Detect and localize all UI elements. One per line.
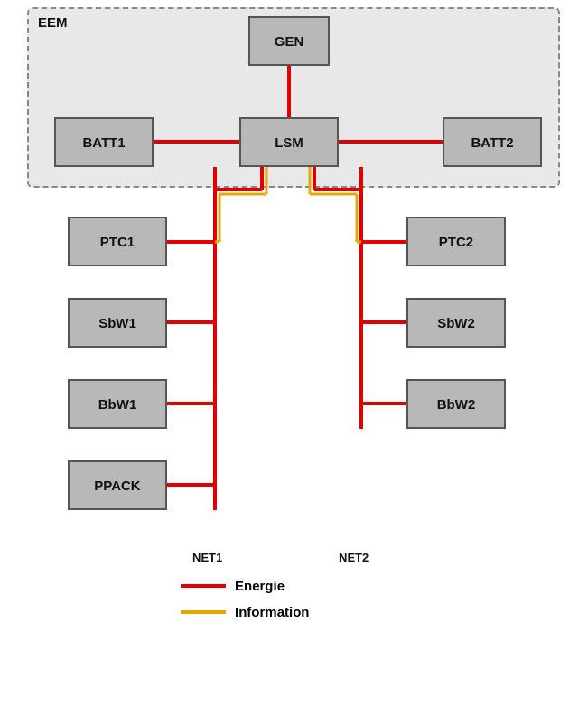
- ptc1-label: PTC1: [100, 234, 135, 249]
- diagram-container: EEM: [0, 0, 588, 706]
- ppack-label: PPACK: [94, 478, 140, 493]
- energie-label: Energie: [235, 578, 285, 593]
- gen-label: GEN: [275, 33, 304, 49]
- legend-energie: Energie: [181, 578, 310, 593]
- net2-label: NET2: [339, 551, 369, 564]
- batt1-node: BATT1: [54, 117, 154, 167]
- lsm-label: LSM: [275, 135, 303, 150]
- lsm-node: LSM: [239, 117, 339, 167]
- batt2-label: BATT2: [471, 135, 513, 150]
- net1-label: NET1: [192, 551, 222, 564]
- sbw2-node: SbW2: [406, 298, 506, 348]
- bbw1-node: BbW1: [68, 379, 167, 429]
- information-label: Information: [235, 604, 310, 619]
- sbw2-label: SbW2: [437, 315, 475, 330]
- information-line-icon: [181, 610, 226, 614]
- ptc2-node: PTC2: [406, 217, 506, 266]
- energie-line-icon: [181, 584, 226, 588]
- ptc2-label: PTC2: [439, 234, 473, 249]
- bbw2-label: BbW2: [437, 396, 476, 412]
- ppack-node: PPACK: [68, 460, 167, 510]
- gen-node: GEN: [248, 16, 330, 66]
- legend: Energie Information: [181, 578, 310, 619]
- bbw2-node: BbW2: [406, 379, 506, 429]
- batt2-node: BATT2: [443, 117, 542, 167]
- ptc1-node: PTC1: [68, 217, 167, 266]
- bbw1-label: BbW1: [98, 396, 137, 412]
- sbw1-label: SbW1: [98, 315, 136, 330]
- batt1-label: BATT1: [82, 135, 125, 150]
- legend-information: Information: [181, 604, 310, 619]
- sbw1-node: SbW1: [68, 298, 167, 348]
